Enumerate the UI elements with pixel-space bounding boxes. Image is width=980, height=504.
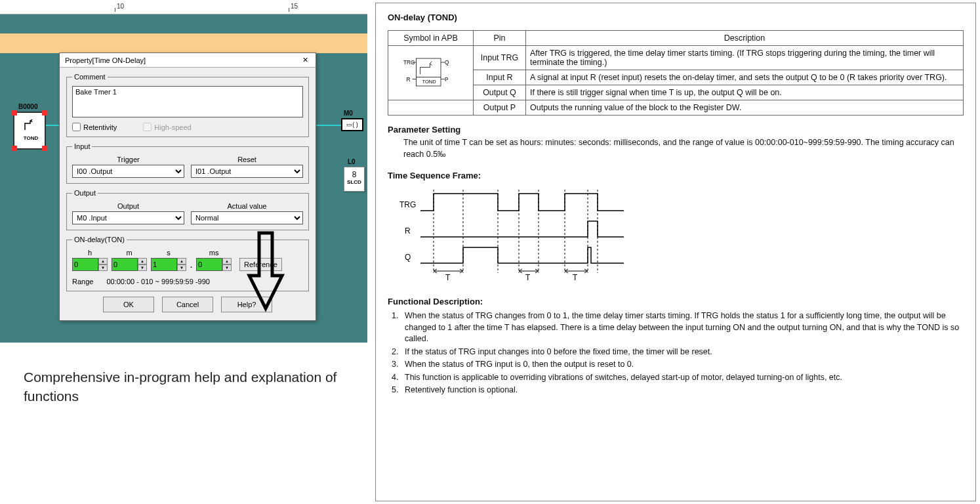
trigger-select[interactable]: I00 .Output xyxy=(72,165,184,178)
param-body: The unit of time T can be set as hours: … xyxy=(403,137,964,160)
ruler: 10 15 xyxy=(0,0,367,14)
pin-trg: Input TRG xyxy=(474,46,526,70)
desc-trg: After TRG is triggered, the time delay t… xyxy=(526,46,964,70)
ton-fieldset: ON-delay(TON) h ▲▼ m ▲▼ s ▲▼ . xyxy=(66,236,309,291)
range-label: Range xyxy=(72,278,93,285)
seconds-up[interactable]: ▲ xyxy=(177,258,186,264)
svg-text:T: T xyxy=(573,273,578,282)
svg-text:T: T xyxy=(525,273,531,282)
ms-input[interactable] xyxy=(196,258,222,271)
fd-item-3: When the status of TRG input is 0, then … xyxy=(401,359,964,371)
desc-r: A signal at input R (reset input) resets… xyxy=(526,70,964,85)
svg-text:TRG: TRG xyxy=(399,200,416,209)
output-select[interactable]: M0 .Input xyxy=(72,211,184,224)
help-title: ON-delay (TOND) xyxy=(388,12,964,22)
m0-label: M0 xyxy=(344,110,353,117)
actual-label: Actual value xyxy=(191,202,303,210)
cancel-button[interactable]: Cancel xyxy=(162,297,213,312)
svg-text:Q: Q xyxy=(445,60,449,66)
fd-item-4: This function is applicable to overridin… xyxy=(401,372,964,384)
m0-block[interactable]: ▭( ) xyxy=(341,118,363,131)
svg-text:P: P xyxy=(445,76,449,82)
ms-down[interactable]: ▼ xyxy=(222,264,232,271)
input-fieldset: Input Trigger I00 .Output Reset I01 .Out… xyxy=(66,142,309,184)
fd-item-5: Retentively function is optional. xyxy=(401,385,964,396)
fd-item-2: If the status of TRG input changes into … xyxy=(401,346,964,358)
output-legend: Output xyxy=(72,189,98,197)
help-pin-table: Symbol in APB Pin Description TRG R Q P xyxy=(388,30,964,116)
pin-r: Input R xyxy=(474,70,526,85)
ruler-tick-15: 15 xyxy=(291,3,298,10)
fd-item-1: When the status of TRG changes from 0 to… xyxy=(401,310,964,345)
minutes-input[interactable] xyxy=(112,258,138,271)
th-desc: Description xyxy=(526,31,964,46)
svg-text:TRG: TRG xyxy=(403,60,415,66)
hours-down[interactable]: ▼ xyxy=(98,264,108,271)
tsf-head: Time Sequence Frame: xyxy=(388,171,964,180)
actual-select[interactable]: Normal xyxy=(191,211,303,224)
svg-text:Q: Q xyxy=(405,253,411,262)
close-icon[interactable]: ✕ xyxy=(300,55,310,66)
reset-select[interactable]: I01 .Output xyxy=(191,165,303,178)
seconds-input[interactable] xyxy=(151,258,177,271)
timing-diagram: TRG R Q T T T xyxy=(394,184,637,283)
hours-up[interactable]: ▲ xyxy=(98,258,108,264)
ms-up[interactable]: ▲ xyxy=(222,258,232,264)
pin-p: Output P xyxy=(474,100,526,116)
highspeed-checkbox: High-speed xyxy=(143,123,191,131)
output-label: Output xyxy=(72,202,184,210)
th-pin: Pin xyxy=(474,31,526,46)
hours-input[interactable] xyxy=(72,258,98,271)
ok-button[interactable]: OK xyxy=(103,297,154,312)
caption-text: Comprehensive in-program help and explan… xyxy=(24,368,371,406)
tond-caption: TOND xyxy=(18,135,43,141)
trigger-label: Trigger xyxy=(72,156,184,163)
retentivity-checkbox[interactable]: Retentivity xyxy=(72,123,117,131)
dialog-title-text: Property[Time ON-Delay] xyxy=(65,56,146,64)
seconds-down[interactable]: ▼ xyxy=(177,264,186,271)
block-id-label: B0000 xyxy=(18,103,37,110)
comment-fieldset: Comment Bake Tmer 1 Retentivity High-spe… xyxy=(66,73,309,137)
l0-block[interactable]: 8 SLCD xyxy=(344,167,365,192)
desc-q: If there is still trigger signal when ti… xyxy=(526,85,964,100)
property-dialog: Property[Time ON-Delay] ✕ Comment Bake T… xyxy=(59,52,316,321)
desc-p: Outputs the running value of the block t… xyxy=(526,100,964,116)
fd-list: When the status of TRG changes from 0 to… xyxy=(401,310,964,396)
ruler-tick-10: 10 xyxy=(117,3,124,10)
reset-label: Reset xyxy=(191,156,303,163)
dialog-titlebar[interactable]: Property[Time ON-Delay] ✕ xyxy=(60,53,316,68)
svg-text:T: T xyxy=(445,273,451,282)
l0-label: L0 xyxy=(348,158,356,165)
pin-q: Output Q xyxy=(474,85,526,100)
reference-button[interactable]: Reference xyxy=(239,258,282,271)
ton-legend: ON-delay(TON) xyxy=(72,236,127,243)
svg-text:R: R xyxy=(406,76,410,82)
help-pane: ON-delay (TOND) Symbol in APB Pin Descri… xyxy=(375,3,976,501)
minutes-down[interactable]: ▼ xyxy=(138,264,147,271)
param-head: Parameter Setting xyxy=(388,125,964,135)
left-editor-pane: 10 15 B0000 TOND M0 ▭( ) L0 8 SLCD Prope… xyxy=(0,0,371,504)
input-legend: Input xyxy=(72,142,92,150)
range-value: 00:00:00 - 010 ~ 999:59:59 -990 xyxy=(106,278,210,285)
output-fieldset: Output Output M0 .Input Actual value Nor… xyxy=(66,189,309,230)
help-button[interactable]: Help? xyxy=(221,297,272,312)
tond-block[interactable]: TOND xyxy=(13,112,46,150)
fd-head: Functional Description: xyxy=(388,297,964,306)
comment-input[interactable]: Bake Tmer 1 xyxy=(72,86,303,117)
canvas-header-strip xyxy=(0,33,367,53)
symbol-cell: TRG R Q P TOND xyxy=(388,46,474,100)
svg-text:TOND: TOND xyxy=(422,79,436,85)
minutes-up[interactable]: ▲ xyxy=(138,258,147,264)
svg-text:R: R xyxy=(405,226,411,236)
th-symbol: Symbol in APB xyxy=(388,31,474,46)
comment-legend: Comment xyxy=(72,73,108,81)
